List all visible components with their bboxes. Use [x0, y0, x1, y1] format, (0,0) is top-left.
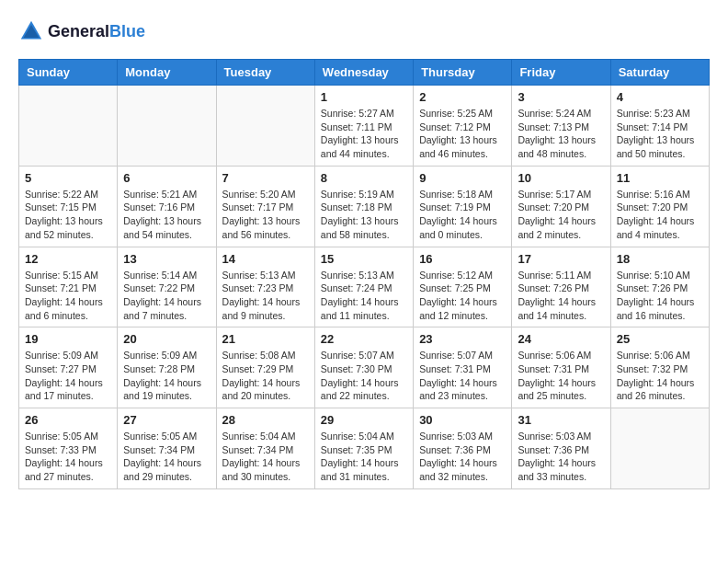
calendar-cell: 4Sunrise: 5:23 AM Sunset: 7:14 PM Daylig… [610, 86, 709, 167]
calendar-cell: 29Sunrise: 5:04 AM Sunset: 7:35 PM Dayli… [314, 408, 413, 489]
day-number: 11 [617, 171, 703, 185]
day-info: Sunrise: 5:27 AM Sunset: 7:11 PM Dayligh… [321, 107, 407, 161]
day-info: Sunrise: 5:19 AM Sunset: 7:18 PM Dayligh… [321, 188, 407, 242]
day-info: Sunrise: 5:15 AM Sunset: 7:21 PM Dayligh… [25, 269, 111, 323]
day-info: Sunrise: 5:13 AM Sunset: 7:23 PM Dayligh… [222, 269, 309, 323]
day-number: 26 [25, 413, 111, 427]
day-number: 31 [518, 413, 604, 427]
day-info: Sunrise: 5:06 AM Sunset: 7:32 PM Dayligh… [617, 349, 703, 403]
day-info: Sunrise: 5:04 AM Sunset: 7:35 PM Dayligh… [321, 430, 407, 484]
day-info: Sunrise: 5:14 AM Sunset: 7:22 PM Dayligh… [123, 269, 210, 323]
calendar-cell: 11Sunrise: 5:16 AM Sunset: 7:20 PM Dayli… [610, 166, 709, 247]
day-number: 3 [518, 90, 604, 104]
day-info: Sunrise: 5:23 AM Sunset: 7:14 PM Dayligh… [617, 107, 703, 161]
calendar-table: SundayMondayTuesdayWednesdayThursdayFrid… [18, 59, 710, 489]
day-info: Sunrise: 5:12 AM Sunset: 7:25 PM Dayligh… [419, 269, 506, 323]
day-number: 14 [222, 252, 309, 266]
calendar-cell: 24Sunrise: 5:06 AM Sunset: 7:31 PM Dayli… [512, 327, 610, 408]
day-info: Sunrise: 5:09 AM Sunset: 7:27 PM Dayligh… [25, 349, 111, 403]
calendar-cell: 8Sunrise: 5:19 AM Sunset: 7:18 PM Daylig… [314, 166, 413, 247]
day-number: 27 [123, 413, 210, 427]
calendar-week-row: 1Sunrise: 5:27 AM Sunset: 7:11 PM Daylig… [19, 86, 710, 167]
day-info: Sunrise: 5:18 AM Sunset: 7:19 PM Dayligh… [419, 188, 506, 242]
weekday-header: Thursday [414, 60, 512, 86]
weekday-header: Sunday [19, 60, 118, 86]
calendar-cell: 28Sunrise: 5:04 AM Sunset: 7:34 PM Dayli… [216, 408, 314, 489]
day-number: 9 [419, 171, 506, 185]
weekday-header: Tuesday [216, 60, 314, 86]
day-number: 22 [321, 332, 407, 346]
calendar-cell: 10Sunrise: 5:17 AM Sunset: 7:20 PM Dayli… [512, 166, 610, 247]
day-info: Sunrise: 5:07 AM Sunset: 7:30 PM Dayligh… [321, 349, 407, 403]
day-number: 15 [321, 252, 407, 266]
calendar-week-row: 5Sunrise: 5:22 AM Sunset: 7:15 PM Daylig… [19, 166, 710, 247]
calendar-cell: 7Sunrise: 5:20 AM Sunset: 7:17 PM Daylig… [216, 166, 314, 247]
calendar-week-row: 26Sunrise: 5:05 AM Sunset: 7:33 PM Dayli… [19, 408, 710, 489]
day-number: 6 [123, 171, 210, 185]
day-info: Sunrise: 5:16 AM Sunset: 7:20 PM Dayligh… [617, 188, 703, 242]
calendar-cell: 17Sunrise: 5:11 AM Sunset: 7:26 PM Dayli… [512, 247, 610, 327]
day-number: 13 [123, 252, 210, 266]
calendar-cell: 16Sunrise: 5:12 AM Sunset: 7:25 PM Dayli… [414, 247, 512, 327]
calendar-cell: 20Sunrise: 5:09 AM Sunset: 7:28 PM Dayli… [118, 327, 216, 408]
calendar-cell: 21Sunrise: 5:08 AM Sunset: 7:29 PM Dayli… [216, 327, 314, 408]
day-number: 18 [617, 252, 703, 266]
day-number: 21 [222, 332, 309, 346]
day-number: 4 [617, 90, 703, 104]
day-number: 30 [419, 413, 506, 427]
day-info: Sunrise: 5:22 AM Sunset: 7:15 PM Dayligh… [25, 188, 111, 242]
day-number: 7 [222, 171, 309, 185]
calendar-header-row: SundayMondayTuesdayWednesdayThursdayFrid… [19, 60, 710, 86]
calendar-cell [118, 86, 216, 167]
day-info: Sunrise: 5:06 AM Sunset: 7:31 PM Dayligh… [518, 349, 604, 403]
calendar-cell: 14Sunrise: 5:13 AM Sunset: 7:23 PM Dayli… [216, 247, 314, 327]
calendar-cell [19, 86, 118, 167]
calendar-cell: 5Sunrise: 5:22 AM Sunset: 7:15 PM Daylig… [19, 166, 118, 247]
calendar-cell: 27Sunrise: 5:05 AM Sunset: 7:34 PM Dayli… [118, 408, 216, 489]
day-info: Sunrise: 5:08 AM Sunset: 7:29 PM Dayligh… [222, 349, 309, 403]
calendar-cell: 13Sunrise: 5:14 AM Sunset: 7:22 PM Dayli… [118, 247, 216, 327]
calendar-cell [216, 86, 314, 167]
day-info: Sunrise: 5:03 AM Sunset: 7:36 PM Dayligh… [518, 430, 604, 484]
day-number: 23 [419, 332, 506, 346]
day-info: Sunrise: 5:20 AM Sunset: 7:17 PM Dayligh… [222, 188, 309, 242]
calendar-cell: 15Sunrise: 5:13 AM Sunset: 7:24 PM Dayli… [314, 247, 413, 327]
day-number: 25 [617, 332, 703, 346]
calendar-cell: 12Sunrise: 5:15 AM Sunset: 7:21 PM Dayli… [19, 247, 118, 327]
logo-icon [18, 18, 44, 44]
calendar-cell: 3Sunrise: 5:24 AM Sunset: 7:13 PM Daylig… [512, 86, 610, 167]
day-number: 2 [419, 90, 506, 104]
day-number: 12 [25, 252, 111, 266]
day-info: Sunrise: 5:07 AM Sunset: 7:31 PM Dayligh… [419, 349, 506, 403]
day-number: 29 [321, 413, 407, 427]
day-number: 28 [222, 413, 309, 427]
day-info: Sunrise: 5:13 AM Sunset: 7:24 PM Dayligh… [321, 269, 407, 323]
day-info: Sunrise: 5:09 AM Sunset: 7:28 PM Dayligh… [123, 349, 210, 403]
day-info: Sunrise: 5:17 AM Sunset: 7:20 PM Dayligh… [518, 188, 604, 242]
calendar-cell: 31Sunrise: 5:03 AM Sunset: 7:36 PM Dayli… [512, 408, 610, 489]
day-number: 17 [518, 252, 604, 266]
calendar-cell: 26Sunrise: 5:05 AM Sunset: 7:33 PM Dayli… [19, 408, 118, 489]
day-number: 24 [518, 332, 604, 346]
day-number: 16 [419, 252, 506, 266]
calendar-cell: 19Sunrise: 5:09 AM Sunset: 7:27 PM Dayli… [19, 327, 118, 408]
weekday-header: Friday [512, 60, 610, 86]
calendar-cell: 30Sunrise: 5:03 AM Sunset: 7:36 PM Dayli… [414, 408, 512, 489]
day-info: Sunrise: 5:05 AM Sunset: 7:34 PM Dayligh… [123, 430, 210, 484]
day-number: 8 [321, 171, 407, 185]
calendar-body: 1Sunrise: 5:27 AM Sunset: 7:11 PM Daylig… [19, 86, 710, 489]
day-number: 10 [518, 171, 604, 185]
day-info: Sunrise: 5:05 AM Sunset: 7:33 PM Dayligh… [25, 430, 111, 484]
day-info: Sunrise: 5:04 AM Sunset: 7:34 PM Dayligh… [222, 430, 309, 484]
calendar-cell: 2Sunrise: 5:25 AM Sunset: 7:12 PM Daylig… [414, 86, 512, 167]
calendar-cell: 25Sunrise: 5:06 AM Sunset: 7:32 PM Dayli… [610, 327, 709, 408]
weekday-header: Wednesday [314, 60, 413, 86]
day-number: 5 [25, 171, 111, 185]
calendar-cell: 6Sunrise: 5:21 AM Sunset: 7:16 PM Daylig… [118, 166, 216, 247]
day-number: 19 [25, 332, 111, 346]
day-number: 20 [123, 332, 210, 346]
calendar-cell: 1Sunrise: 5:27 AM Sunset: 7:11 PM Daylig… [314, 86, 413, 167]
day-info: Sunrise: 5:21 AM Sunset: 7:16 PM Dayligh… [123, 188, 210, 242]
logo: GeneralBlue [18, 18, 145, 44]
calendar-cell: 22Sunrise: 5:07 AM Sunset: 7:30 PM Dayli… [314, 327, 413, 408]
